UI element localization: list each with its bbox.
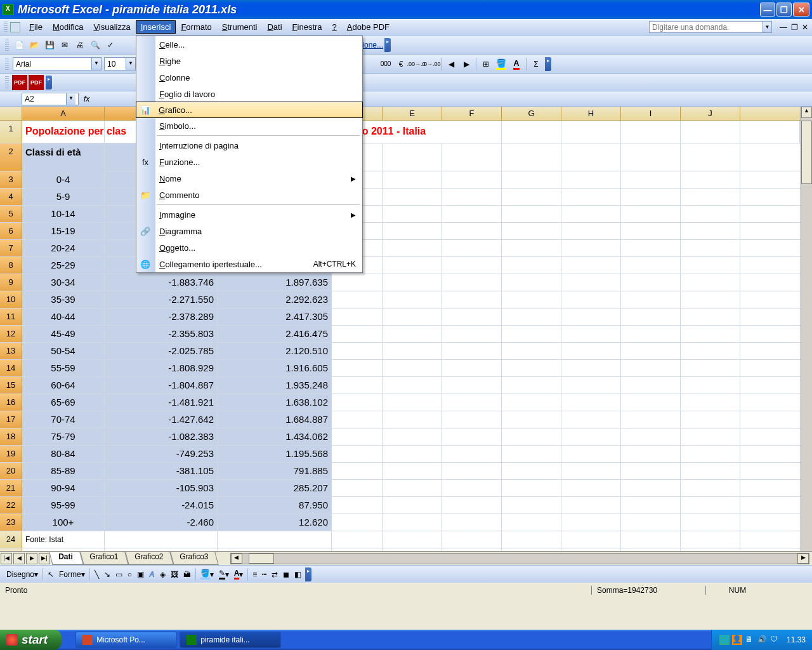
- cell-G8[interactable]: [502, 257, 561, 274]
- sheet-tab[interactable]: Grafico1: [80, 552, 129, 565]
- cell-E4[interactable]: [383, 189, 442, 205]
- cell-F12[interactable]: [442, 326, 502, 342]
- system-tray[interactable]: 🌐 👤 🖥 🔊 🛡 11.33: [711, 630, 812, 650]
- cell-B14[interactable]: -1.808.929: [105, 360, 218, 376]
- cell-G21[interactable]: [502, 480, 561, 496]
- increase-indent-button[interactable]: ▶: [459, 57, 473, 71]
- scroll-thumb[interactable]: [249, 554, 274, 564]
- row-header[interactable]: 14: [0, 360, 22, 376]
- cell-J18[interactable]: [681, 428, 740, 445]
- toolbar-overflow[interactable]: ▸: [46, 76, 52, 90]
- cell-A9[interactable]: 30-34: [22, 274, 105, 291]
- cell-C19[interactable]: 1.195.568: [218, 446, 332, 462]
- cell-E20[interactable]: [383, 463, 442, 479]
- cell-A2[interactable]: Classi di età: [22, 143, 105, 171]
- cell-H10[interactable]: [561, 291, 621, 308]
- menuitem-celle[interactable]: Celle...: [136, 36, 362, 53]
- cell-C21[interactable]: 285.207: [218, 480, 332, 496]
- row-header[interactable]: 9: [0, 274, 22, 291]
- cell-B9[interactable]: -1.883.746: [105, 274, 218, 291]
- cell-F2[interactable]: [442, 143, 502, 171]
- menuitem-funzione[interactable]: fxFunzione...: [136, 154, 362, 170]
- cell-B19[interactable]: -749.253: [105, 446, 218, 462]
- cell-G3[interactable]: [502, 171, 561, 188]
- row-header[interactable]: 4: [0, 189, 22, 205]
- cell-D13[interactable]: [332, 343, 383, 359]
- cell-G18[interactable]: [502, 428, 561, 445]
- cell-B10[interactable]: -2.271.550: [105, 291, 218, 308]
- namebox-dropdown[interactable]: ▼: [66, 93, 75, 105]
- cell-H2[interactable]: [561, 143, 621, 171]
- pdf-convert-button[interactable]: PDF: [12, 75, 27, 90]
- cell-J19[interactable]: [681, 446, 740, 462]
- cell-H20[interactable]: [561, 463, 621, 479]
- cell-G12[interactable]: [502, 326, 561, 342]
- maximize-button[interactable]: ❐: [776, 3, 792, 17]
- menu-modifica[interactable]: Modifica: [48, 20, 88, 34]
- cell-C15[interactable]: 1.935.248: [218, 377, 332, 394]
- cell-G19[interactable]: [502, 446, 561, 462]
- cell-F11[interactable]: [442, 308, 502, 325]
- arrow-button[interactable]: ↘: [104, 570, 110, 579]
- col-header-J[interactable]: J: [681, 107, 740, 120]
- arrow-style-button[interactable]: ⇄: [272, 570, 278, 579]
- cell-I10[interactable]: [621, 291, 681, 308]
- ask-dropdown[interactable]: ▼: [763, 21, 772, 33]
- cell-A24[interactable]: Fonte: Istat: [22, 531, 105, 548]
- row-header[interactable]: 24: [0, 531, 22, 548]
- cell-E19[interactable]: [383, 446, 442, 462]
- menu-strumenti[interactable]: Strumenti: [217, 20, 263, 34]
- cell-D12[interactable]: [332, 326, 383, 342]
- cell-I16[interactable]: [621, 394, 681, 411]
- select-all-corner[interactable]: [0, 107, 22, 120]
- cell-I23[interactable]: [621, 514, 681, 531]
- cell-H16[interactable]: [561, 394, 621, 411]
- cell-J4[interactable]: [681, 189, 740, 205]
- cell-D15[interactable]: [332, 377, 383, 394]
- font-name-combo[interactable]: Arial▼: [13, 57, 102, 70]
- print-button[interactable]: 🖨: [73, 38, 87, 52]
- cell-I8[interactable]: [621, 257, 681, 274]
- row-header[interactable]: 15: [0, 377, 22, 394]
- cell-G4[interactable]: [502, 189, 561, 205]
- cell-F13[interactable]: [442, 343, 502, 359]
- menu-file[interactable]: File: [24, 20, 48, 34]
- sheet-tab[interactable]: Grafico2: [125, 552, 174, 565]
- menuitem-fogliodilavoro[interactable]: Foglio di lavoro: [136, 86, 362, 102]
- cell-A21[interactable]: 90-94: [22, 480, 105, 496]
- cell-E22[interactable]: [383, 497, 442, 514]
- cell-F21[interactable]: [442, 480, 502, 496]
- cell-I19[interactable]: [621, 446, 681, 462]
- cell-I2[interactable]: [621, 143, 681, 171]
- cell-J11[interactable]: [681, 308, 740, 325]
- row-header[interactable]: 7: [0, 240, 22, 256]
- cell-C12[interactable]: 2.416.475: [218, 326, 332, 342]
- cell-F15[interactable]: [442, 377, 502, 394]
- cell-C23[interactable]: 12.620: [218, 514, 332, 531]
- toolbar-overflow[interactable]: ▸: [384, 38, 391, 52]
- pdf-email-button[interactable]: PDF: [29, 75, 44, 90]
- menuitem-diagramma[interactable]: 🔗Diagramma: [136, 223, 362, 239]
- cell-A18[interactable]: 75-79: [22, 428, 105, 445]
- row-header[interactable]: 22: [0, 497, 22, 514]
- autoshapes-menu[interactable]: Forme ▾: [59, 570, 85, 579]
- tray-shield-icon[interactable]: 🛡: [770, 635, 780, 645]
- col-header-G[interactable]: G: [502, 107, 561, 120]
- cell-C16[interactable]: 1.638.102: [218, 394, 332, 411]
- cell-J24[interactable]: [681, 531, 740, 548]
- spreadsheet-grid[interactable]: ABCDEFGHIJ 1Popolazione per clasimento 2…: [0, 107, 812, 551]
- cell-E12[interactable]: [383, 326, 442, 342]
- cell-F10[interactable]: [442, 291, 502, 308]
- cell-G10[interactable]: [502, 291, 561, 308]
- cell-I21[interactable]: [621, 480, 681, 496]
- decrease-decimal-button[interactable]: .00→.0: [409, 57, 423, 71]
- cell-A23[interactable]: 100+: [22, 514, 105, 531]
- decrease-indent-button[interactable]: ◀: [444, 57, 458, 71]
- shadow-button[interactable]: ◼: [283, 570, 289, 579]
- preview-button[interactable]: 🔍: [88, 38, 102, 52]
- cell-B18[interactable]: -1.082.383: [105, 428, 218, 445]
- line-style-button[interactable]: ≡: [252, 570, 257, 579]
- cell-H14[interactable]: [561, 360, 621, 376]
- cell-A17[interactable]: 70-74: [22, 411, 105, 428]
- cell-J5[interactable]: [681, 206, 740, 222]
